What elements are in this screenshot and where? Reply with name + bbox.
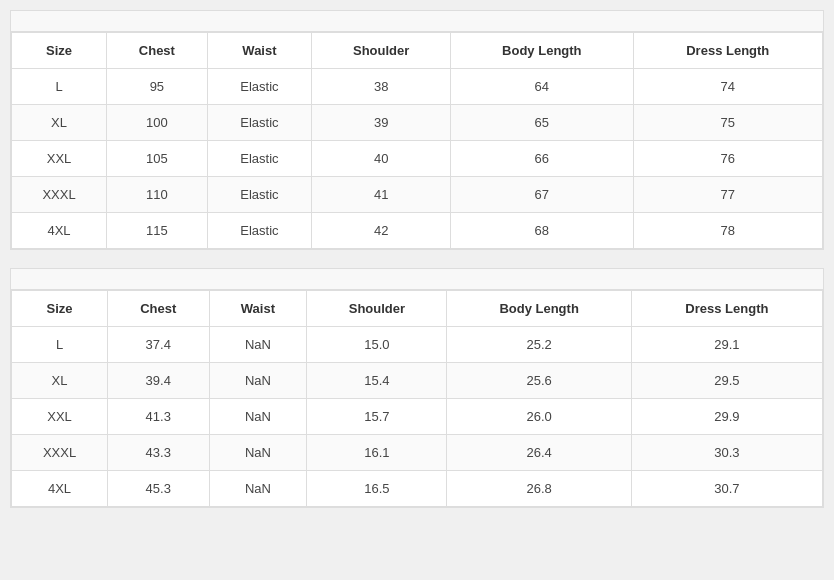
inch-section: SizeChestWaistShoulderBody LengthDress L… — [10, 268, 824, 508]
cm-column-header: Shoulder — [312, 33, 451, 69]
table-row: XXXL110Elastic416777 — [12, 177, 823, 213]
table-cell: 64 — [451, 69, 634, 105]
table-cell: 38 — [312, 69, 451, 105]
table-cell: 4XL — [12, 471, 108, 507]
table-cell: XXL — [12, 141, 107, 177]
cm-section-title — [11, 11, 823, 32]
table-row: L95Elastic386474 — [12, 69, 823, 105]
table-cell: NaN — [209, 435, 307, 471]
inch-section-title — [11, 269, 823, 290]
table-cell: 76 — [633, 141, 822, 177]
table-cell: 16.5 — [307, 471, 447, 507]
cm-section: SizeChestWaistShoulderBody LengthDress L… — [10, 10, 824, 250]
table-cell: 75 — [633, 105, 822, 141]
inch-column-header: Body Length — [447, 291, 631, 327]
table-cell: 39.4 — [108, 363, 210, 399]
cm-table-body: L95Elastic386474XL100Elastic396575XXL105… — [12, 69, 823, 249]
table-cell: 41 — [312, 177, 451, 213]
table-cell: Elastic — [207, 141, 312, 177]
table-cell: 26.4 — [447, 435, 631, 471]
cm-column-header: Body Length — [451, 33, 634, 69]
table-cell: 25.2 — [447, 327, 631, 363]
table-cell: 77 — [633, 177, 822, 213]
table-row: XL100Elastic396575 — [12, 105, 823, 141]
table-row: 4XL45.3NaN16.526.830.7 — [12, 471, 823, 507]
table-cell: NaN — [209, 471, 307, 507]
table-cell: XL — [12, 363, 108, 399]
table-cell: 66 — [451, 141, 634, 177]
cm-column-header: Dress Length — [633, 33, 822, 69]
table-cell: 4XL — [12, 213, 107, 249]
cm-column-header: Chest — [107, 33, 208, 69]
table-cell: 30.3 — [631, 435, 822, 471]
table-cell: Elastic — [207, 213, 312, 249]
inch-table-body: L37.4NaN15.025.229.1XL39.4NaN15.425.629.… — [12, 327, 823, 507]
table-cell: 40 — [312, 141, 451, 177]
inch-table: SizeChestWaistShoulderBody LengthDress L… — [11, 290, 823, 507]
table-cell: XL — [12, 105, 107, 141]
table-cell: 68 — [451, 213, 634, 249]
table-cell: 42 — [312, 213, 451, 249]
table-cell: 29.1 — [631, 327, 822, 363]
table-cell: XXXL — [12, 177, 107, 213]
table-cell: 43.3 — [108, 435, 210, 471]
table-cell: 65 — [451, 105, 634, 141]
cm-table: SizeChestWaistShoulderBody LengthDress L… — [11, 32, 823, 249]
table-cell: 26.0 — [447, 399, 631, 435]
table-cell: 29.5 — [631, 363, 822, 399]
table-row: XXL41.3NaN15.726.029.9 — [12, 399, 823, 435]
table-cell: 67 — [451, 177, 634, 213]
table-row: XXL105Elastic406676 — [12, 141, 823, 177]
table-cell: NaN — [209, 399, 307, 435]
table-cell: Elastic — [207, 105, 312, 141]
table-cell: 110 — [107, 177, 208, 213]
table-cell: 15.4 — [307, 363, 447, 399]
table-cell: Elastic — [207, 69, 312, 105]
inch-header-row: SizeChestWaistShoulderBody LengthDress L… — [12, 291, 823, 327]
table-row: 4XL115Elastic426878 — [12, 213, 823, 249]
inch-column-header: Chest — [108, 291, 210, 327]
inch-column-header: Shoulder — [307, 291, 447, 327]
table-cell: NaN — [209, 327, 307, 363]
table-cell: 74 — [633, 69, 822, 105]
table-cell: 39 — [312, 105, 451, 141]
table-cell: XXXL — [12, 435, 108, 471]
table-cell: 41.3 — [108, 399, 210, 435]
table-cell: 15.7 — [307, 399, 447, 435]
table-row: L37.4NaN15.025.229.1 — [12, 327, 823, 363]
cm-column-header: Size — [12, 33, 107, 69]
table-cell: 16.1 — [307, 435, 447, 471]
inch-column-header: Waist — [209, 291, 307, 327]
table-cell: L — [12, 327, 108, 363]
table-row: XL39.4NaN15.425.629.5 — [12, 363, 823, 399]
table-cell: XXL — [12, 399, 108, 435]
table-cell: 29.9 — [631, 399, 822, 435]
table-cell: 37.4 — [108, 327, 210, 363]
table-cell: Elastic — [207, 177, 312, 213]
table-cell: 100 — [107, 105, 208, 141]
table-cell: 26.8 — [447, 471, 631, 507]
table-cell: 105 — [107, 141, 208, 177]
inch-column-header: Size — [12, 291, 108, 327]
cm-column-header: Waist — [207, 33, 312, 69]
table-cell: 15.0 — [307, 327, 447, 363]
table-cell: 115 — [107, 213, 208, 249]
table-cell: 45.3 — [108, 471, 210, 507]
inch-column-header: Dress Length — [631, 291, 822, 327]
cm-header-row: SizeChestWaistShoulderBody LengthDress L… — [12, 33, 823, 69]
table-cell: 30.7 — [631, 471, 822, 507]
table-cell: 95 — [107, 69, 208, 105]
table-cell: NaN — [209, 363, 307, 399]
table-cell: 78 — [633, 213, 822, 249]
table-row: XXXL43.3NaN16.126.430.3 — [12, 435, 823, 471]
table-cell: L — [12, 69, 107, 105]
table-cell: 25.6 — [447, 363, 631, 399]
